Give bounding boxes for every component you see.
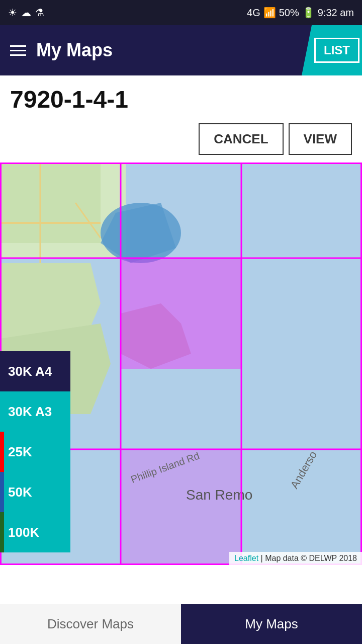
notification-icon: ☀: [8, 7, 17, 19]
menu-button[interactable]: [10, 45, 26, 56]
status-bar: ☀ ☁ ⚗ 4G 📶 50% 🔋 9:32 am: [0, 0, 362, 25]
bottom-nav: Discover Maps My Maps: [0, 604, 362, 644]
list-button-container[interactable]: LIST: [302, 25, 362, 75]
network-type: 4G: [247, 7, 260, 19]
map-attribution: Leaflet | Map data © DELWP 2018: [229, 552, 362, 565]
view-button[interactable]: VIEW: [289, 123, 352, 155]
app-header: My Maps LIST: [0, 25, 362, 75]
header-left: My Maps: [10, 40, 113, 61]
scale-25k-label: 25K: [8, 444, 32, 460]
map-data-text: | Map data © DELWP 2018: [261, 554, 357, 562]
scale-30k-a4[interactable]: 30K A4: [0, 351, 70, 391]
leaflet-link[interactable]: Leaflet: [234, 554, 258, 562]
nav-discover-maps[interactable]: Discover Maps: [0, 604, 181, 644]
scale-50k[interactable]: 50K: [0, 472, 70, 512]
signal-icon: 📶: [263, 7, 276, 19]
scale-50k-label: 50K: [8, 485, 32, 500]
map-title: 7920-1-4-1: [10, 86, 352, 113]
content-area: 7920-1-4-1 CANCEL VIEW: [0, 75, 362, 163]
scale-30k-a3[interactable]: 30K A3: [0, 391, 70, 432]
status-right: 4G 📶 50% 🔋 9:32 am: [247, 7, 354, 19]
scale-legend: 30K A4 30K A3 25K 50K 100K: [0, 351, 70, 552]
scale-30k-a3-label: 30K A3: [8, 404, 52, 420]
scale-100k[interactable]: 100K: [0, 512, 70, 552]
hamburger-line-3: [10, 54, 26, 56]
my-maps-label: My Maps: [245, 616, 298, 632]
scale-100k-label: 100K: [8, 525, 39, 540]
discover-maps-label: Discover Maps: [47, 616, 134, 632]
hamburger-line-2: [10, 50, 26, 51]
cancel-button[interactable]: CANCEL: [199, 123, 283, 155]
nav-my-maps[interactable]: My Maps: [181, 604, 362, 644]
time-display: 9:32 am: [318, 7, 354, 19]
status-left: ☀ ☁ ⚗: [8, 7, 44, 19]
action-buttons: CANCEL VIEW: [10, 123, 352, 155]
battery-text: 50%: [279, 7, 299, 19]
map-container[interactable]: Anderso San Remo Phillip Island Rd 30K A…: [0, 163, 362, 565]
app-title: My Maps: [36, 40, 113, 61]
svg-text:San Remo: San Remo: [186, 487, 252, 503]
steps-icon: ⚗: [35, 7, 44, 19]
scale-30k-a4-label: 30K A4: [8, 364, 52, 379]
scale-25k[interactable]: 25K: [0, 432, 70, 472]
weather-icon: ☁: [21, 7, 31, 19]
battery-icon: 🔋: [302, 7, 315, 19]
hamburger-line-1: [10, 45, 26, 47]
list-button[interactable]: LIST: [314, 38, 359, 63]
svg-rect-2: [0, 163, 101, 243]
